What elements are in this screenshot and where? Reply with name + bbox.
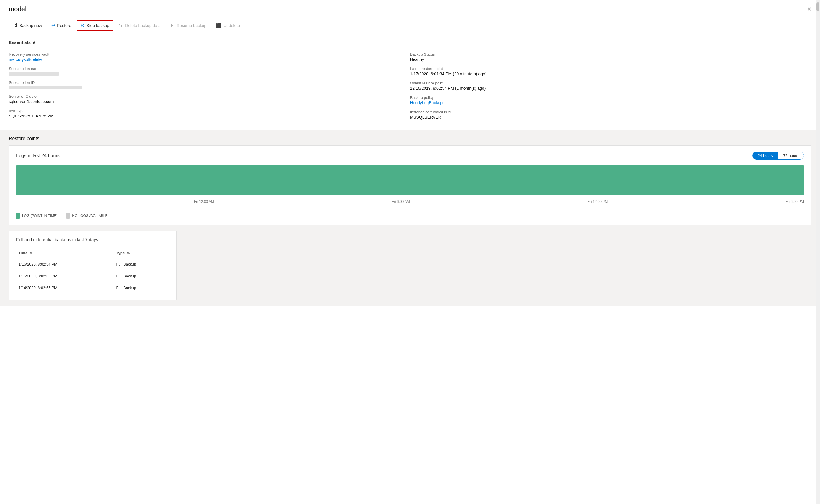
restore-points-title: Restore points bbox=[9, 136, 811, 141]
delete-backup-data-button[interactable]: 🗑 Delete backup data bbox=[115, 21, 165, 31]
subscription-name-placeholder bbox=[9, 72, 59, 76]
right-fields: Backup Status Healthy Latest restore poi… bbox=[410, 52, 811, 124]
backup-policy-label: Backup policy bbox=[410, 95, 811, 100]
legend-log-item: LOG (POINT IN TIME) bbox=[16, 213, 57, 219]
server-cluster-label: Server or Cluster bbox=[9, 94, 410, 99]
table-row: 1/15/2020, 8:02:56 PMFull Backup bbox=[16, 270, 169, 282]
time-24h-button[interactable]: 24 hours bbox=[753, 152, 778, 159]
instance-label: Instance or AlwaysOn AG bbox=[410, 110, 811, 114]
scrollbar-thumb[interactable] bbox=[816, 2, 819, 11]
latest-restore-label: Latest restore point bbox=[410, 67, 811, 71]
undelete-label: Undelete bbox=[223, 23, 240, 28]
oldest-restore-value: 12/10/2019, 8:02:54 PM (1 month(s) ago) bbox=[410, 86, 811, 91]
backups-table: Time ⇅ Type ⇅ 1/16/2020, 8:02:54 PMFull … bbox=[16, 248, 169, 294]
backup-policy-value[interactable]: HourlyLogBackup bbox=[410, 100, 443, 105]
essentials-grid: Recovery services vault mercurysoftdelet… bbox=[9, 52, 811, 124]
cell-type-0: Full Backup bbox=[114, 258, 169, 270]
resume-backup-button[interactable]: ⏵ Resume backup bbox=[166, 21, 211, 31]
restore-icon: ↩ bbox=[51, 23, 55, 28]
main-window: model × 🗄 Backup now ↩ Restore ⊘ Stop ba… bbox=[0, 0, 820, 504]
table-title: Full and differential backups in last 7 … bbox=[16, 237, 169, 242]
chart-legend: LOG (POINT IN TIME) NO LOGS AVAILABLE bbox=[16, 209, 804, 219]
x-label-3: Fri 12:00 PM bbox=[588, 200, 608, 204]
restore-label: Restore bbox=[57, 23, 71, 28]
server-cluster-group: Server or Cluster sqlserver-1.contoso.co… bbox=[9, 94, 410, 104]
subscription-id-placeholder bbox=[9, 86, 82, 89]
close-button[interactable]: × bbox=[807, 6, 811, 12]
table-header-row: Time ⇅ Type ⇅ bbox=[16, 248, 169, 258]
latest-restore-value: 1/17/2020, 6:01:34 PM (20 minute(s) ago) bbox=[410, 72, 811, 76]
x-label-4: Fri 6:00 PM bbox=[786, 200, 804, 204]
window-title: model bbox=[9, 5, 26, 13]
essentials-header[interactable]: Essentials ∧ bbox=[9, 37, 36, 47]
subscription-id-label: Subscription ID bbox=[9, 80, 410, 85]
backup-policy-group: Backup policy HourlyLogBackup bbox=[410, 95, 811, 105]
cell-time-0: 1/16/2020, 8:02:54 PM bbox=[16, 258, 114, 270]
oldest-restore-label: Oldest restore point bbox=[410, 81, 811, 85]
main-content: Restore points Logs in last 24 hours 24 … bbox=[0, 130, 820, 306]
instance-value: MSSQLSERVER bbox=[410, 115, 811, 120]
backup-now-icon: 🗄 bbox=[13, 23, 18, 28]
legend-no-logs-label: NO LOGS AVAILABLE bbox=[72, 214, 107, 218]
x-label-1: Fri 12:00 AM bbox=[194, 200, 214, 204]
backup-status-group: Backup Status Healthy bbox=[410, 52, 811, 62]
chart-card: Logs in last 24 hours 24 hours 72 hours … bbox=[9, 145, 811, 225]
col-time-label: Time bbox=[19, 251, 27, 255]
restore-button[interactable]: ↩ Restore bbox=[47, 20, 75, 31]
undelete-button[interactable]: ⬛ Undelete bbox=[212, 20, 244, 31]
resume-backup-label: Resume backup bbox=[177, 23, 206, 28]
table-card: Full and differential backups in last 7 … bbox=[9, 231, 177, 300]
table-row: 1/16/2020, 8:02:54 PMFull Backup bbox=[16, 258, 169, 270]
backup-now-button[interactable]: 🗄 Backup now bbox=[9, 21, 46, 31]
chart-header: Logs in last 24 hours 24 hours 72 hours bbox=[16, 152, 804, 160]
legend-log-label: LOG (POINT IN TIME) bbox=[22, 214, 57, 218]
item-type-value: SQL Server in Azure VM bbox=[9, 114, 410, 118]
table-row: 1/14/2020, 8:02:55 PMFull Backup bbox=[16, 282, 169, 294]
subscription-name-label: Subscription name bbox=[9, 67, 410, 71]
chart-bar bbox=[16, 165, 804, 195]
x-label-2: Fri 6:00 AM bbox=[392, 200, 410, 204]
sort-type-icon: ⇅ bbox=[127, 251, 130, 255]
legend-log-color bbox=[16, 213, 20, 219]
undelete-icon: ⬛ bbox=[216, 23, 222, 28]
cell-type-1: Full Backup bbox=[114, 270, 169, 282]
latest-restore-group: Latest restore point 1/17/2020, 6:01:34 … bbox=[410, 67, 811, 76]
left-fields: Recovery services vault mercurysoftdelet… bbox=[9, 52, 410, 124]
chart-x-axis: Fri 12:00 AM Fri 6:00 AM Fri 12:00 PM Fr… bbox=[16, 198, 804, 205]
instance-group: Instance or AlwaysOn AG MSSQLSERVER bbox=[410, 110, 811, 120]
resume-backup-icon: ⏵ bbox=[170, 23, 175, 28]
cell-type-2: Full Backup bbox=[114, 282, 169, 294]
chart-area bbox=[16, 165, 804, 195]
delete-backup-label: Delete backup data bbox=[125, 23, 161, 28]
col-time[interactable]: Time ⇅ bbox=[16, 248, 114, 258]
item-type-label: Item type bbox=[9, 109, 410, 113]
stop-backup-button[interactable]: ⊘ Stop backup bbox=[77, 20, 113, 31]
col-type-label: Type bbox=[116, 251, 125, 255]
sort-time-icon: ⇅ bbox=[30, 251, 32, 255]
scrollbar[interactable] bbox=[816, 0, 820, 504]
backup-now-label: Backup now bbox=[19, 23, 42, 28]
oldest-restore-group: Oldest restore point 12/10/2019, 8:02:54… bbox=[410, 81, 811, 91]
legend-no-logs-color bbox=[66, 213, 70, 219]
title-bar: model × bbox=[0, 0, 820, 17]
cell-time-2: 1/14/2020, 8:02:55 PM bbox=[16, 282, 114, 294]
essentials-chevron-icon: ∧ bbox=[32, 39, 36, 45]
essentials-label: Essentials bbox=[9, 40, 31, 45]
time-72h-button[interactable]: 72 hours bbox=[778, 152, 804, 159]
recovery-vault-label: Recovery services vault bbox=[9, 52, 410, 57]
recovery-vault-group: Recovery services vault mercurysoftdelet… bbox=[9, 52, 410, 62]
server-cluster-value: sqlserver-1.contoso.com bbox=[9, 99, 410, 104]
col-type[interactable]: Type ⇅ bbox=[114, 248, 169, 258]
subscription-name-group: Subscription name bbox=[9, 67, 410, 76]
recovery-vault-value[interactable]: mercurysoftdelete bbox=[9, 57, 42, 62]
backup-status-label: Backup Status bbox=[410, 52, 811, 57]
legend-no-logs-item: NO LOGS AVAILABLE bbox=[66, 213, 107, 219]
delete-backup-icon: 🗑 bbox=[119, 23, 123, 28]
cell-time-1: 1/15/2020, 8:02:56 PM bbox=[16, 270, 114, 282]
backup-status-value: Healthy bbox=[410, 57, 811, 62]
time-toggle: 24 hours 72 hours bbox=[752, 152, 804, 160]
essentials-section: Essentials ∧ Recovery services vault mer… bbox=[0, 34, 820, 130]
chart-title: Logs in last 24 hours bbox=[16, 153, 60, 158]
stop-backup-label: Stop backup bbox=[86, 23, 109, 28]
toolbar: 🗄 Backup now ↩ Restore ⊘ Stop backup 🗑 D… bbox=[0, 17, 820, 34]
